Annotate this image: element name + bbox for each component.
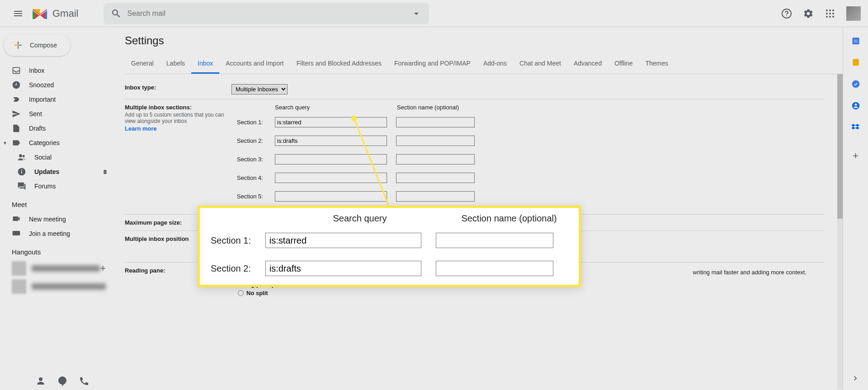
section-row-label: Section 2: bbox=[237, 137, 275, 144]
sidebar-item-snoozed[interactable]: Snoozed bbox=[0, 78, 112, 92]
section-query-input[interactable] bbox=[275, 173, 387, 183]
tab-accounts[interactable]: Accounts and Import bbox=[219, 54, 290, 74]
section-query-input[interactable] bbox=[275, 136, 387, 146]
section-name-input[interactable] bbox=[396, 191, 475, 202]
sidebar: Compose Inbox Snoozed Important Sent Dra… bbox=[0, 27, 118, 390]
hangouts-section-title: Hangouts bbox=[12, 248, 106, 256]
search-input[interactable] bbox=[127, 9, 411, 18]
compose-label: Compose bbox=[30, 42, 57, 49]
learn-more-link[interactable]: Learn more bbox=[125, 125, 157, 132]
contacts-icon[interactable] bbox=[851, 101, 860, 110]
join-meeting-button[interactable]: Join a meeting bbox=[12, 226, 106, 241]
tab-inbox[interactable]: Inbox bbox=[191, 54, 219, 74]
dropbox-icon[interactable] bbox=[851, 123, 860, 132]
hangouts-icon[interactable] bbox=[57, 376, 68, 386]
phone-icon[interactable] bbox=[79, 376, 90, 386]
callout-query-input[interactable] bbox=[265, 261, 421, 276]
keyboard-icon bbox=[12, 229, 21, 239]
sidebar-item-categories[interactable]: ▼ Categories bbox=[0, 136, 112, 150]
tab-labels[interactable]: Labels bbox=[160, 54, 191, 74]
section-name-input[interactable] bbox=[396, 173, 475, 183]
tab-filters[interactable]: Filters and Blocked Addresses bbox=[290, 54, 388, 74]
clock-icon bbox=[12, 80, 21, 89]
section-name-input[interactable] bbox=[396, 154, 475, 164]
svg-point-1 bbox=[786, 15, 787, 16]
main-menu-button[interactable] bbox=[7, 3, 29, 24]
section-query-input[interactable] bbox=[275, 191, 387, 202]
sidebar-item-label: Updates bbox=[34, 168, 59, 175]
chevron-down-icon: ▼ bbox=[3, 141, 7, 146]
new-meeting-button[interactable]: New meeting bbox=[12, 212, 106, 226]
sidebar-item-label: Sent bbox=[29, 110, 42, 117]
svg-rect-15 bbox=[21, 171, 22, 174]
callout-name-input[interactable] bbox=[436, 261, 553, 276]
inbox-type-select[interactable]: Multiple Inboxes bbox=[231, 84, 288, 94]
person-icon[interactable] bbox=[35, 376, 46, 386]
support-button[interactable] bbox=[778, 5, 796, 23]
section-query-input[interactable] bbox=[275, 154, 387, 164]
gmail-logo[interactable]: Gmail bbox=[31, 7, 78, 20]
gmail-icon bbox=[31, 7, 49, 20]
contact-name bbox=[32, 265, 100, 272]
svg-point-8 bbox=[826, 16, 828, 18]
sidebar-item-updates[interactable]: Updates 8 bbox=[0, 164, 112, 179]
section-row-label: Section 1: bbox=[237, 119, 275, 126]
tab-themes[interactable]: Themes bbox=[639, 54, 675, 74]
section-query-input[interactable] bbox=[275, 117, 387, 127]
no-split-label: No split bbox=[246, 290, 268, 296]
settings-button[interactable] bbox=[799, 5, 817, 23]
calendar-icon[interactable]: 31 bbox=[851, 36, 860, 45]
svg-point-10 bbox=[832, 16, 834, 18]
sidebar-item-label: Forums bbox=[34, 183, 56, 190]
sidebar-item-social[interactable]: Social bbox=[0, 150, 112, 164]
header-right bbox=[778, 5, 861, 23]
tab-general[interactable]: General bbox=[125, 54, 160, 74]
svg-point-9 bbox=[829, 16, 831, 18]
section-name-input[interactable] bbox=[396, 117, 475, 127]
header: Gmail bbox=[0, 0, 868, 27]
tab-offline[interactable]: Offline bbox=[608, 54, 639, 74]
svg-point-23 bbox=[852, 80, 859, 88]
sidebar-item-label: Categories bbox=[29, 139, 60, 146]
multiple-sections-sublabel: Add up to 5 custom sections that you can… bbox=[125, 112, 227, 124]
add-contact-button[interactable]: + bbox=[100, 263, 106, 274]
compose-button[interactable]: Compose bbox=[4, 34, 71, 56]
sidebar-item-inbox[interactable]: Inbox bbox=[0, 63, 112, 78]
column-header-name: Section name (optional) bbox=[397, 104, 459, 111]
scrollbar-thumb[interactable] bbox=[837, 74, 843, 219]
sidebar-item-forums[interactable]: Forums bbox=[0, 179, 112, 193]
draft-icon bbox=[12, 124, 21, 133]
updates-count: 8 bbox=[104, 169, 107, 175]
tab-forwarding[interactable]: Forwarding and POP/IMAP bbox=[388, 54, 477, 74]
keep-icon[interactable] bbox=[851, 58, 860, 67]
hangout-contact[interactable]: + bbox=[12, 259, 106, 277]
panel-collapse-icon[interactable] bbox=[851, 374, 860, 383]
account-avatar[interactable] bbox=[846, 6, 861, 21]
hangout-contact[interactable] bbox=[12, 277, 106, 296]
callout-name-input[interactable] bbox=[436, 233, 553, 248]
svg-rect-22 bbox=[853, 59, 859, 66]
add-panel-button[interactable]: + bbox=[853, 150, 859, 162]
section-name-input[interactable] bbox=[396, 136, 475, 146]
svg-point-7 bbox=[832, 13, 834, 14]
compose-plus-icon bbox=[13, 40, 24, 51]
search-bar[interactable] bbox=[104, 3, 429, 24]
svg-point-13 bbox=[23, 155, 25, 157]
sidebar-item-label: Snoozed bbox=[29, 81, 54, 89]
search-options-icon[interactable] bbox=[411, 8, 422, 19]
svg-rect-17 bbox=[13, 231, 20, 235]
section-row-label: Section 4: bbox=[237, 174, 275, 181]
tasks-icon[interactable] bbox=[851, 80, 860, 89]
sidebar-item-sent[interactable]: Sent bbox=[0, 107, 112, 121]
tab-addons[interactable]: Add-ons bbox=[477, 54, 513, 74]
tab-advanced[interactable]: Advanced bbox=[567, 54, 608, 74]
sidebar-item-drafts[interactable]: Drafts bbox=[0, 121, 112, 136]
apps-button[interactable] bbox=[821, 5, 839, 23]
svg-point-3 bbox=[829, 9, 831, 11]
tab-chat[interactable]: Chat and Meet bbox=[513, 54, 567, 74]
callout-query-input[interactable] bbox=[265, 233, 421, 248]
svg-point-18 bbox=[39, 377, 42, 381]
no-split-radio[interactable] bbox=[238, 290, 244, 296]
sidebar-item-important[interactable]: Important bbox=[0, 92, 112, 107]
meet-item-label: Join a meeting bbox=[29, 230, 70, 237]
